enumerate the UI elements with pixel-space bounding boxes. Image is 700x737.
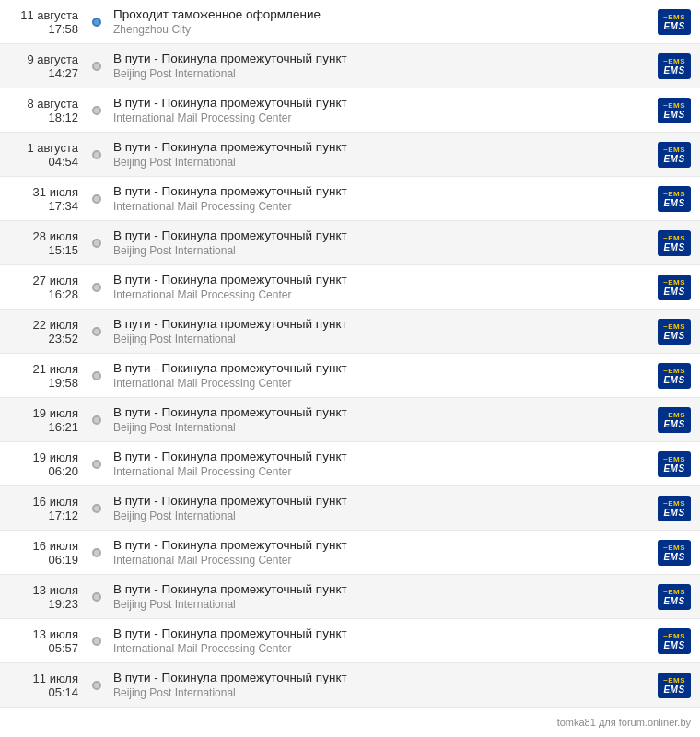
ems-logo: ~EMS EMS — [658, 540, 691, 566]
info-col: В пути - Покинула промежуточный пункт Be… — [106, 140, 654, 169]
event-status: В пути - Покинула промежуточный пункт — [113, 405, 654, 419]
status-dot — [92, 18, 101, 27]
ems-logo: ~EMS EMS — [658, 9, 691, 35]
dot-col — [88, 460, 106, 469]
date-col: 1 августа 04:54 — [0, 141, 88, 169]
ems-logo: ~EMS EMS — [658, 451, 691, 477]
date-time: 05:57 — [0, 641, 78, 655]
logo-col: ~EMS EMS — [654, 451, 700, 477]
logo-col: ~EMS EMS — [654, 142, 700, 168]
logo-col: ~EMS EMS — [654, 584, 700, 610]
info-col: В пути - Покинула промежуточный пункт In… — [106, 273, 654, 301]
ems-logo: ~EMS EMS — [658, 53, 691, 79]
event-status: В пути - Покинула промежуточный пункт — [113, 184, 654, 198]
date-col: 16 июля 06:19 — [0, 539, 88, 567]
event-location: International Mail Processing Center — [113, 377, 654, 390]
logo-col: ~EMS EMS — [654, 673, 700, 698]
date-time: 16:28 — [0, 287, 78, 301]
dot-col — [88, 106, 106, 115]
dot-col — [88, 371, 106, 380]
status-dot — [92, 371, 101, 380]
dot-col — [88, 548, 106, 557]
info-col: В пути - Покинула промежуточный пункт Be… — [106, 494, 654, 522]
status-dot — [92, 239, 101, 248]
status-dot — [92, 460, 101, 469]
tracking-row: 19 июля 16:21 В пути - Покинула промежут… — [0, 398, 700, 442]
info-col: Проходит таможенное оформление Zhengzhou… — [106, 7, 654, 36]
date-col: 27 июля 16:28 — [0, 274, 88, 301]
date-main: 19 июля — [0, 450, 78, 464]
ems-bottom-label: EMS — [663, 596, 684, 606]
ems-logo: ~EMS EMS — [658, 186, 691, 212]
tracking-row: 1 августа 04:54 В пути - Покинула промеж… — [0, 133, 700, 177]
status-dot — [92, 327, 101, 336]
dot-col — [88, 592, 106, 602]
dot-col — [88, 283, 106, 292]
info-col: В пути - Покинула промежуточный пункт In… — [106, 538, 654, 567]
tracking-row: 9 августа 14:27 В пути - Покинула промеж… — [0, 44, 700, 88]
date-time: 06:20 — [0, 464, 78, 478]
info-col: В пути - Покинула промежуточный пункт In… — [106, 626, 654, 655]
logo-col: ~EMS EMS — [654, 275, 700, 300]
event-location: International Mail Processing Center — [113, 288, 654, 301]
date-main: 31 июля — [0, 185, 78, 199]
ems-top-label: ~EMS — [663, 101, 685, 110]
ems-top-label: ~EMS — [663, 676, 685, 684]
event-location: Beijing Post International — [113, 598, 654, 611]
event-status: В пути - Покинула промежуточный пункт — [113, 52, 654, 65]
status-dot — [92, 106, 101, 115]
event-status: В пути - Покинула промежуточный пункт — [113, 494, 654, 508]
date-col: 21 июля 19:58 — [0, 362, 88, 390]
ems-top-label: ~EMS — [663, 322, 685, 331]
date-time: 04:54 — [0, 155, 78, 169]
date-col: 31 июля 17:34 — [0, 185, 88, 213]
ems-bottom-label: EMS — [663, 684, 684, 695]
logo-col: ~EMS EMS — [654, 319, 700, 345]
status-dot — [92, 283, 101, 292]
event-location: Beijing Post International — [113, 421, 654, 434]
ems-bottom-label: EMS — [663, 552, 684, 562]
tracking-row: 31 июля 17:34 В пути - Покинула промежут… — [0, 177, 700, 221]
status-dot — [92, 592, 101, 602]
date-time: 17:34 — [0, 199, 78, 213]
event-location: Beijing Post International — [113, 509, 654, 522]
tracking-row: 16 июля 17:12 В пути - Покинула промежут… — [0, 486, 700, 531]
event-location: Beijing Post International — [113, 156, 654, 169]
ems-bottom-label: EMS — [663, 154, 684, 164]
info-col: В пути - Покинула промежуточный пункт In… — [106, 361, 654, 390]
info-col: В пути - Покинула промежуточный пункт In… — [106, 450, 654, 478]
tracking-row: 13 июля 05:57 В пути - Покинула промежут… — [0, 619, 700, 663]
tracking-list: 11 августа 17:58 Проходит таможенное офо… — [0, 0, 700, 708]
ems-bottom-label: EMS — [663, 331, 684, 341]
dot-col — [88, 239, 106, 248]
status-dot — [92, 637, 101, 646]
dot-col — [88, 150, 106, 159]
ems-bottom-label: EMS — [663, 110, 684, 120]
watermark: tomka81 для forum.onliner.by — [557, 717, 691, 728]
event-status: В пути - Покинула промежуточный пункт — [113, 228, 654, 242]
ems-logo: ~EMS EMS — [658, 275, 691, 300]
event-status: В пути - Покинула промежуточный пункт — [113, 671, 654, 684]
info-col: В пути - Покинула промежуточный пункт Be… — [106, 405, 654, 434]
ems-top-label: ~EMS — [663, 234, 685, 242]
dot-col — [88, 327, 106, 336]
event-status: В пути - Покинула промежуточный пункт — [113, 450, 654, 463]
date-main: 28 июля — [0, 229, 78, 243]
ems-top-label: ~EMS — [663, 588, 685, 596]
event-location: Beijing Post International — [113, 67, 654, 80]
ems-bottom-label: EMS — [663, 287, 684, 297]
date-col: 9 августа 14:27 — [0, 53, 88, 80]
logo-col: ~EMS EMS — [654, 53, 700, 79]
logo-col: ~EMS EMS — [654, 407, 700, 433]
ems-logo: ~EMS EMS — [658, 584, 691, 610]
date-main: 21 июля — [0, 362, 78, 376]
date-col: 8 августа 18:12 — [0, 97, 88, 124]
status-dot — [92, 548, 101, 557]
date-time: 17:58 — [0, 22, 78, 36]
event-location: International Mail Processing Center — [113, 111, 654, 124]
ems-logo: ~EMS EMS — [658, 363, 691, 389]
date-main: 16 июля — [0, 495, 78, 509]
info-col: В пути - Покинула промежуточный пункт Be… — [106, 228, 654, 257]
date-time: 23:52 — [0, 332, 78, 345]
ems-top-label: ~EMS — [663, 367, 685, 375]
